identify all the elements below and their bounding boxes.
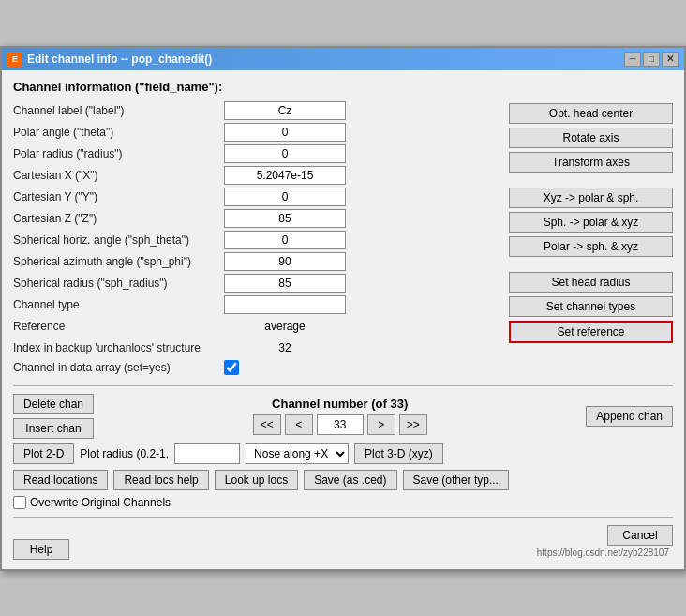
field-row-x: Cartesian X ("X")	[13, 166, 501, 185]
transform-axes-button[interactable]: Transform axes	[509, 152, 673, 173]
overwrite-row: Overwrite Original Channels	[13, 496, 673, 509]
channel-label-input[interactable]	[224, 101, 346, 120]
title-bar: E Edit channel info -- pop_chanedit() ─ …	[2, 48, 684, 70]
channel-number-input[interactable]	[317, 414, 364, 435]
sph-theta-field-label: Spherical horiz. angle ("sph_theta")	[13, 233, 224, 247]
delete-chan-button[interactable]: Delete chan	[13, 394, 94, 414]
save-other-button[interactable]: Save (other typ...	[403, 470, 509, 490]
reference-value: average	[224, 317, 346, 336]
append-chan-button[interactable]: Append chan	[586, 406, 673, 427]
plot-row: Plot 2-D Plot radius (0.2-1, Nose along …	[13, 443, 673, 464]
field-row-label: Channel label ("label")	[13, 101, 501, 120]
field-row-z: Cartesian Z ("Z")	[13, 209, 501, 228]
channel-type-field-label: Channel type	[13, 298, 224, 311]
set-channel-types-button[interactable]: Set channel types	[509, 296, 673, 317]
plot-3d-button[interactable]: Plot 3-D (xyz)	[354, 443, 443, 464]
field-row-index: Index in backup 'urchanlocs' structure 3…	[13, 338, 501, 357]
insert-chan-button[interactable]: Insert chan	[13, 418, 94, 439]
index-value: 32	[224, 338, 346, 357]
x-field-label: Cartesian X ("X")	[13, 169, 224, 182]
overwrite-checkbox[interactable]	[13, 496, 26, 509]
field-row-channel-type: Channel type	[13, 295, 501, 314]
field-row-y: Cartesian Y ("Y")	[13, 188, 501, 206]
in-data-checkbox[interactable]	[224, 360, 239, 375]
z-field-label: Cartesian Z ("Z")	[13, 212, 224, 225]
read-locations-button[interactable]: Read locations	[13, 470, 108, 490]
plot-2d-button[interactable]: Plot 2-D	[13, 443, 74, 464]
divider-2	[13, 517, 673, 518]
field-row-theta: Polar angle ("theta")	[13, 123, 501, 142]
theta-input[interactable]	[224, 123, 346, 142]
sph-radius-input[interactable]	[224, 274, 346, 293]
xyz-polar-button[interactable]: Xyz -> polar & sph.	[509, 188, 673, 208]
divider-1	[13, 385, 673, 386]
right-buttons-panel: Opt. head center Rotate axis Transform a…	[509, 101, 673, 378]
section-title: Channel information ("field_name"):	[13, 80, 673, 94]
radius-field-label: Polar radius ("radius")	[13, 147, 224, 160]
theta-field-label: Polar angle ("theta")	[13, 126, 224, 139]
channel-nav-title: Channel number (of 33)	[272, 397, 408, 411]
read-locs-help-button[interactable]: Read locs help	[113, 470, 208, 490]
field-row-sph-radius: Spherical radius ("sph_radius")	[13, 274, 501, 293]
rotate-axis-button[interactable]: Rotate axis	[509, 128, 673, 148]
channel-type-input[interactable]	[224, 295, 346, 314]
overwrite-label: Overwrite Original Channels	[30, 496, 171, 509]
channel-nav-center: Channel number (of 33) << < > >>	[101, 397, 578, 435]
prev-channel-button[interactable]: <	[285, 414, 313, 435]
reference-field-label: Reference	[13, 320, 224, 333]
y-input[interactable]	[224, 188, 346, 206]
field-row-reference: Reference average	[13, 317, 501, 336]
cancel-button[interactable]: Cancel	[607, 525, 673, 546]
field-row-sph-phi: Spherical azimuth angle ("sph_phi")	[13, 252, 501, 271]
sph-radius-field-label: Spherical radius ("sph_radius")	[13, 277, 224, 290]
opt-head-center-button[interactable]: Opt. head center	[509, 103, 673, 124]
look-up-locs-button[interactable]: Look up locs	[215, 470, 298, 490]
x-input[interactable]	[224, 166, 346, 185]
plot-radius-input[interactable]	[174, 443, 240, 464]
first-channel-button[interactable]: <<	[253, 414, 281, 435]
polar-sph-button[interactable]: Polar -> sph. & xyz	[509, 236, 673, 257]
sph-theta-input[interactable]	[224, 231, 346, 249]
save-ced-button[interactable]: Save (as .ced)	[304, 470, 396, 490]
bottom-btn-row: Read locations Read locs help Look up lo…	[13, 470, 673, 490]
watermark-text: https://blog.csdn.net/zyb228107	[533, 546, 673, 560]
in-data-field-label: Channel in data array (set=yes)	[13, 361, 224, 374]
window-title: Edit channel info -- pop_chanedit()	[27, 53, 212, 66]
sph-phi-input[interactable]	[224, 252, 346, 271]
field-row-sph-theta: Spherical horiz. angle ("sph_theta")	[13, 231, 501, 249]
footer-area: Help Cancel https://blog.csdn.net/zyb228…	[13, 525, 673, 560]
plot-radius-label: Plot radius (0.2-1,	[80, 447, 169, 460]
sph-phi-field-label: Spherical azimuth angle ("sph_phi")	[13, 255, 224, 268]
channel-nav-section: Delete chan Insert chan Channel number (…	[13, 394, 673, 560]
field-row-radius: Polar radius ("radius")	[13, 144, 501, 163]
help-button[interactable]: Help	[13, 539, 69, 560]
minimize-button[interactable]: ─	[624, 52, 641, 67]
sph-polar-button[interactable]: Sph. -> polar & xyz	[509, 212, 673, 233]
main-area: Channel label ("label") Polar angle ("th…	[13, 101, 673, 378]
title-bar-left: E Edit channel info -- pop_chanedit()	[7, 52, 212, 67]
field-row-in-data: Channel in data array (set=yes)	[13, 360, 501, 375]
del-insert-group: Delete chan Insert chan	[13, 394, 94, 439]
close-button[interactable]: ✕	[662, 52, 679, 67]
fields-panel: Channel label ("label") Polar angle ("th…	[13, 101, 501, 378]
title-controls: ─ □ ✕	[624, 52, 679, 67]
last-channel-button[interactable]: >>	[399, 414, 427, 435]
z-input[interactable]	[224, 209, 346, 228]
next-channel-button[interactable]: >	[367, 414, 395, 435]
cancel-watermark-group: Cancel https://blog.csdn.net/zyb228107	[533, 525, 673, 560]
set-reference-button[interactable]: Set reference	[509, 321, 673, 343]
label-field-label: Channel label ("label")	[13, 104, 224, 117]
set-head-radius-button[interactable]: Set head radius	[509, 272, 673, 293]
radius-input[interactable]	[224, 144, 346, 163]
maximize-button[interactable]: □	[643, 52, 660, 67]
content-area: Channel information ("field_name"): Chan…	[2, 70, 684, 569]
app-icon: E	[7, 52, 22, 67]
y-field-label: Cartesian Y ("Y")	[13, 190, 224, 203]
main-window: E Edit channel info -- pop_chanedit() ─ …	[0, 46, 686, 571]
nose-direction-select[interactable]: Nose along +X Nose along +Y Nose along -…	[246, 443, 349, 464]
index-field-label: Index in backup 'urchanlocs' structure	[13, 341, 224, 354]
nav-btns-row: << < > >>	[253, 414, 427, 435]
